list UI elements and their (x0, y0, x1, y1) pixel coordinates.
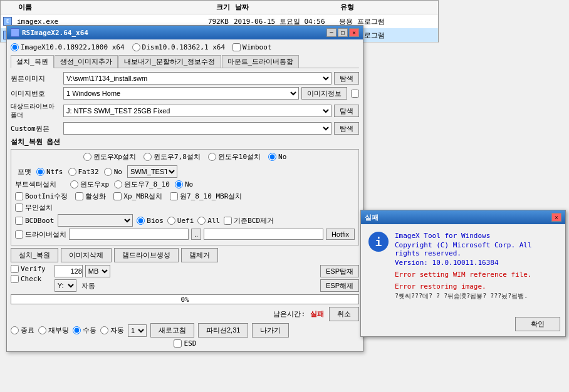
ram-remove-btn[interactable]: 램제거 (181, 248, 218, 262)
minimize-btn[interactable]: ─ (326, 28, 337, 37)
cb-driver[interactable]: 드라이버설치 (15, 230, 66, 239)
cb-unattend[interactable]: 무인설치 (15, 203, 53, 212)
progress-text: 0% (180, 296, 189, 304)
image-num-select[interactable]: 1 Windows Home (63, 87, 299, 100)
dialog-window: 실패 ✕ i ImageX Tool for Windows Copyright… (360, 210, 566, 337)
custom-row: Custom원본 탐색 (11, 122, 359, 135)
radio-imagex[interactable]: ImageX10.0.18922,1000 x64 (11, 43, 125, 51)
dotdot-btn[interactable]: .. (191, 229, 201, 240)
cb-xpmbr[interactable]: Xp_MBR설치 (113, 192, 162, 201)
tab-export[interactable]: 내보내기_분할하기_정보수정 (118, 55, 221, 68)
dialog-line-2: Copyright (C) Microsoft Corp. All rights… (395, 241, 558, 257)
radio-fmt-no[interactable]: No (104, 168, 122, 176)
cb-check[interactable]: Check (11, 275, 46, 283)
mb-unit-select[interactable]: MB (85, 265, 110, 277)
radio-win10[interactable]: 윈도우10설치 (208, 152, 261, 162)
cancel-btn[interactable]: 취소 (329, 307, 359, 321)
cb-activate[interactable]: 활성화 (75, 192, 106, 201)
y-select[interactable]: Y: (55, 279, 76, 292)
install-btn[interactable]: 설치_복원 (11, 248, 58, 262)
image-info-checkbox[interactable] (351, 90, 359, 98)
auto-label: 자동 (81, 281, 95, 291)
radio-boot-78[interactable]: 윈도우7_8_10 (114, 180, 170, 189)
driver-label: 드라이버설치 (25, 230, 66, 239)
image-info-btn[interactable]: 이미지정보 (301, 87, 347, 100)
target-browse-btn[interactable]: 탐색 (334, 105, 359, 117)
radio-winxp[interactable]: 윈도우Xp설치 (83, 152, 136, 162)
ok-btn[interactable]: 확인 (515, 317, 560, 331)
delete-btn[interactable]: 이미지삭제 (61, 248, 112, 262)
radio-fat32[interactable]: Fat32 (68, 168, 99, 176)
tab-install[interactable]: 설치_복원 (11, 55, 54, 68)
partition-btn[interactable]: 파티션2,31 (198, 323, 248, 338)
file-size-1: 792KB (185, 18, 229, 26)
format-vol-select[interactable]: SWM_TEST (127, 165, 177, 178)
ramdrive-btn[interactable]: 램드라이브생성 (114, 248, 179, 262)
radio-reboot[interactable]: 재부팅 (38, 326, 69, 335)
driver-input-1[interactable] (69, 229, 189, 240)
esp-add-btn[interactable]: ESP탑재 (320, 265, 359, 277)
options-box: 윈도우Xp설치 윈도우7,8설치 윈도우10설치 No 포맷 (11, 149, 359, 245)
tab-bar: 설치_복원 생성_이미지추가 내보내기_분할하기_정보수정 마운트_드라이버통합 (11, 55, 359, 68)
dialog-close-btn[interactable]: ✕ (551, 213, 561, 222)
dialog-content: i ImageX Tool for Windows Copyright (C) … (361, 224, 565, 314)
hotfix-btn[interactable]: Hotfix (326, 229, 355, 240)
image-num-label: 이미지번호 (11, 89, 61, 98)
radio-ntfs[interactable]: Ntfs (36, 168, 63, 176)
progress-bar: 0% (11, 294, 359, 304)
window-title: RSImageX2.64_x64 (22, 29, 88, 37)
radio-shutdown[interactable]: 종료 (11, 326, 34, 335)
radio-dism-label: Dism10.0.18362,1 x64 (142, 43, 225, 51)
radio-no[interactable]: No (268, 153, 286, 161)
refresh-btn[interactable]: 새로고침 (150, 323, 194, 338)
action-row: 설치_복원 이미지삭제 램드라이브생성 램제거 (11, 248, 359, 262)
mb-input[interactable]: 128 (55, 265, 83, 277)
source-select[interactable]: V:\swm\17134_install.swm (63, 72, 331, 85)
bcd-row: BCDBoot Bios Uefi All (15, 214, 355, 227)
radio-win78[interactable]: 윈도우7,8설치 (144, 152, 201, 162)
radio-auto[interactable]: 자동 (100, 326, 124, 335)
os-radio-row: 윈도우Xp설치 윈도우7,8설치 윈도우10설치 No (15, 152, 355, 162)
cb-bcdboot[interactable]: BCDBoot (15, 217, 54, 225)
dialog-line-1: ImageX Tool for Windows (395, 232, 558, 240)
status-value: 실패 (310, 309, 324, 319)
radio-uefi[interactable]: Uefi (167, 217, 194, 225)
source-browse-btn[interactable]: 탐색 (334, 72, 359, 85)
tab-create[interactable]: 생성_이미지추가 (55, 55, 118, 68)
main-window: RSImageX2.64_x64 ─ □ ✕ ImageX10.0.18922,… (6, 25, 363, 352)
radio-dism[interactable]: Dism10.0.18362,1 x64 (132, 43, 225, 51)
image-type-radios: ImageX10.0.18922,1000 x64 Dism10.0.18362… (11, 43, 359, 51)
radio-imagex-label: ImageX10.0.18922,1000 x64 (21, 43, 125, 51)
target-select[interactable]: J: NTFS SWM_TEST 25GB Fixed (63, 105, 331, 117)
col-size: 크기 (186, 3, 230, 12)
radio-all[interactable]: All (197, 217, 220, 225)
target-row: 대상드라이브아 폴더 J: NTFS SWM_TEST 25GB Fixed 탐… (11, 102, 359, 120)
esd-checkbox[interactable] (174, 339, 182, 348)
dialog-titlebar: 실패 ✕ (361, 210, 565, 224)
cb-bootini[interactable]: BootIni수정 (15, 192, 68, 201)
cb-78mbr[interactable]: 원7_8_10_MBR설치 (170, 192, 242, 201)
radio-bios[interactable]: Bios (137, 217, 164, 225)
radio-manual[interactable]: 수동 (73, 326, 97, 335)
bcdboot-select[interactable] (58, 214, 133, 227)
tab-mount[interactable]: 마운트_드라이버통합 (222, 55, 300, 68)
bottom-row: 종료 재부팅 수동 자동 1 새로고침 파티션2,31 나가기 (11, 323, 359, 338)
next-btn[interactable]: 나가기 (252, 323, 289, 338)
driver-row: 드라이버설치 .. Hotfix (15, 229, 355, 240)
cb-base-remove[interactable]: 기준BCD제거 (224, 216, 274, 225)
cb-verify[interactable]: Verify (11, 265, 46, 273)
radio-boot-xp[interactable]: 윈도우xp (70, 180, 109, 189)
maximize-btn[interactable]: □ (338, 28, 348, 37)
verify-label: Verify (21, 265, 46, 273)
custom-select[interactable] (63, 122, 331, 135)
radio-wimboot[interactable]: Wimboot (232, 43, 271, 51)
y-row: Y: 자동 (55, 279, 110, 292)
count-select[interactable]: 1 (128, 324, 147, 337)
radio-boot-no[interactable]: No (175, 180, 193, 188)
custom-browse-btn[interactable]: 탐색 (334, 122, 359, 135)
boot-label: 부트섹터설치 (15, 180, 65, 189)
esp-remove-btn[interactable]: ESP해제 (320, 279, 359, 292)
driver-input-2[interactable] (204, 229, 323, 240)
info-icon: i (368, 232, 389, 252)
close-btn[interactable]: ✕ (349, 28, 359, 37)
